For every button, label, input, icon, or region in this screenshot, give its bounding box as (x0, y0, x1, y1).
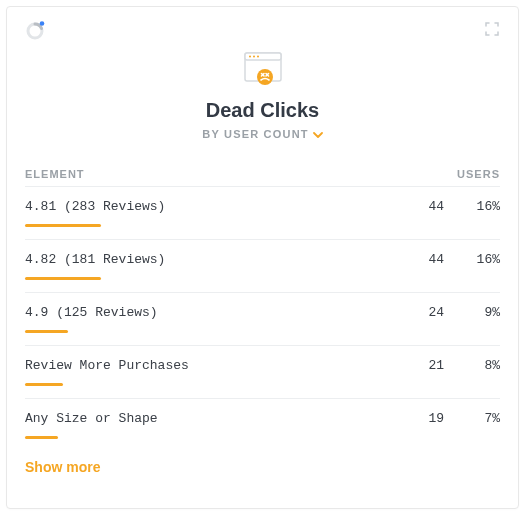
loading-icon (25, 21, 45, 41)
table-row[interactable]: 4.81 (283 Reviews)4416% (25, 186, 500, 227)
row-pct: 16% (444, 199, 500, 214)
row-pct: 8% (444, 358, 500, 373)
bar-track (25, 436, 500, 439)
dead-clicks-card: Dead Clicks BY USER COUNT ELEMENT USERS … (6, 6, 519, 509)
svg-point-4 (249, 56, 251, 58)
card-title: Dead Clicks (206, 99, 319, 122)
row-pct: 9% (444, 305, 500, 320)
svg-point-5 (253, 56, 255, 58)
table-row[interactable]: 4.82 (181 Reviews)4416% (25, 239, 500, 280)
column-headers: ELEMENT USERS (25, 168, 500, 180)
row-count: 19 (396, 411, 444, 426)
bar-fill (25, 383, 63, 386)
sort-label: BY USER COUNT (202, 128, 308, 140)
bar-track (25, 330, 500, 333)
table-row[interactable]: Review More Purchases218% (25, 345, 500, 386)
row-pct: 7% (444, 411, 500, 426)
bar-track (25, 383, 500, 386)
row-count: 44 (396, 199, 444, 214)
bar-track (25, 224, 500, 227)
show-more-button[interactable]: Show more (25, 459, 100, 475)
card-hero: Dead Clicks BY USER COUNT (25, 49, 500, 140)
bar-fill (25, 277, 101, 280)
col-users: USERS (457, 168, 500, 180)
row-label: Review More Purchases (25, 358, 396, 373)
svg-point-1 (40, 21, 45, 26)
row-label: 4.82 (181 Reviews) (25, 252, 396, 267)
bar-fill (25, 436, 58, 439)
chevron-down-icon (313, 129, 323, 140)
card-top-row (25, 21, 500, 41)
svg-point-7 (257, 69, 273, 85)
rows-container: 4.81 (283 Reviews)4416%4.82 (181 Reviews… (25, 186, 500, 439)
bar-track (25, 277, 500, 280)
row-count: 24 (396, 305, 444, 320)
expand-icon[interactable] (484, 21, 500, 37)
row-count: 21 (396, 358, 444, 373)
dead-click-icon (239, 49, 287, 89)
row-pct: 16% (444, 252, 500, 267)
table-row[interactable]: 4.9 (125 Reviews)249% (25, 292, 500, 333)
row-count: 44 (396, 252, 444, 267)
sort-dropdown[interactable]: BY USER COUNT (202, 128, 322, 140)
bar-fill (25, 330, 68, 333)
col-element: ELEMENT (25, 168, 85, 180)
row-label: 4.9 (125 Reviews) (25, 305, 396, 320)
table-row[interactable]: Any Size or Shape197% (25, 398, 500, 439)
bar-fill (25, 224, 101, 227)
row-label: Any Size or Shape (25, 411, 396, 426)
svg-point-6 (257, 56, 259, 58)
row-label: 4.81 (283 Reviews) (25, 199, 396, 214)
